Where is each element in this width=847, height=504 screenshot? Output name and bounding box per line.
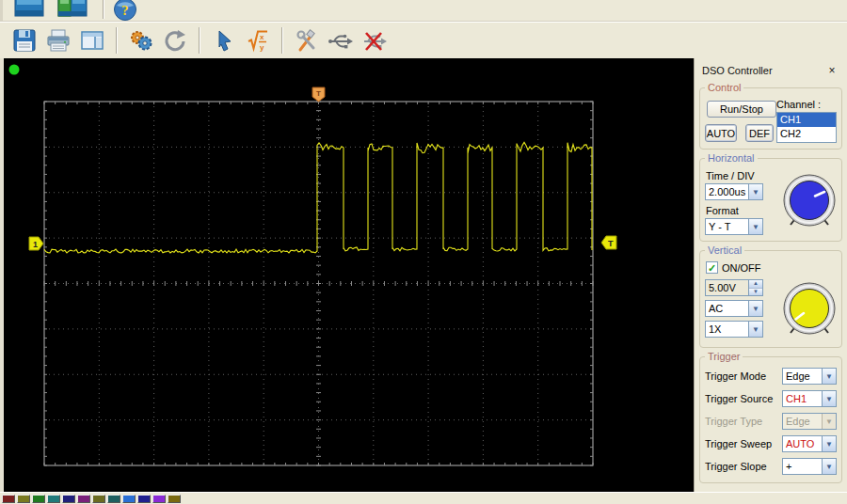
onoff-checkbox[interactable]: ✓	[706, 261, 718, 274]
chevron-down-icon: ▼	[822, 369, 836, 384]
channel1-marker-label: 1	[33, 240, 38, 249]
chevron-down-icon: ▼	[822, 391, 836, 406]
trigger-source-value: CH1	[783, 391, 822, 406]
vertical-knob[interactable]	[782, 281, 837, 339]
svg-text:?: ?	[121, 3, 129, 18]
print-icon[interactable]	[41, 24, 75, 56]
chevron-down-icon: ▼	[748, 301, 762, 316]
channel1-marker[interactable]: 1	[29, 237, 43, 250]
trigger-position-marker[interactable]: T	[312, 87, 325, 102]
toolbar-separator	[103, 0, 104, 19]
panel-layout-icon[interactable]	[75, 24, 109, 56]
spin-up-icon: ▲	[749, 280, 762, 289]
trigger-sweep-value: AUTO	[783, 436, 822, 451]
trigger-source-row: Trigger Source CH1 ▼	[705, 390, 837, 407]
format-value: Y - T	[706, 219, 748, 234]
channel-option-ch1[interactable]: CH1	[777, 113, 836, 127]
save-icon[interactable]	[8, 24, 41, 56]
control-group: Control Run/Stop AUTO DEF Channel : CH1 …	[699, 87, 842, 150]
trigger-type-row: Trigger Type Edge ▼	[705, 413, 837, 430]
refresh-icon[interactable]	[158, 24, 192, 56]
trigger-type-label: Trigger Type	[705, 416, 762, 427]
panel-title: DSO Controller	[702, 65, 773, 76]
help-icon[interactable]: ?	[112, 0, 138, 21]
math-formula-icon[interactable]: x y	[241, 24, 275, 56]
chevron-down-icon: ▼	[748, 322, 762, 337]
coupling-select[interactable]: AC ▼	[705, 300, 763, 317]
trigger-sweep-label: Trigger Sweep	[705, 438, 772, 449]
toolbar-separator	[281, 27, 283, 54]
check-icon: ✓	[708, 263, 716, 273]
format-select[interactable]: Y - T ▼	[705, 218, 763, 235]
trigger-slope-row: Trigger Slope + ▼	[705, 458, 837, 475]
coupling-value: AC	[706, 301, 748, 316]
cursor-icon[interactable]	[207, 24, 241, 56]
panel-header: DSO Controller ×	[695, 58, 847, 79]
channel-option-ch2[interactable]: CH2	[777, 127, 836, 141]
trigger-sweep-row: Trigger Sweep AUTO ▼	[705, 435, 837, 452]
settings-gears-icon[interactable]	[124, 24, 158, 56]
probe-value: 1X	[706, 322, 748, 337]
waveform-trace	[44, 142, 592, 253]
onoff-label: ON/OFF	[722, 262, 761, 274]
trigger-mode-row: Trigger Mode Edge ▼	[705, 368, 837, 385]
volts-div-stepper[interactable]: 5.00V ▲ ▼	[705, 279, 763, 296]
horizontal-group-legend: Horizontal	[705, 152, 758, 164]
trigger-type-value: Edge	[783, 414, 822, 429]
palette-swatch	[62, 495, 75, 503]
time-div-select[interactable]: 2.000us ▼	[705, 183, 763, 200]
palette-swatch	[2, 495, 15, 503]
trigger-source-label: Trigger Source	[705, 393, 773, 404]
display-blue-icon[interactable]	[14, 0, 44, 21]
toolbar-row1: ?	[0, 0, 847, 21]
trigger-level-marker[interactable]: T	[601, 236, 616, 249]
acquisition-status-dot	[9, 65, 20, 75]
def-button[interactable]: DEF	[745, 124, 774, 142]
toolbar-row2: x y	[0, 21, 847, 58]
display-green-icon[interactable]	[57, 0, 88, 21]
auto-button[interactable]: AUTO	[705, 124, 737, 142]
palette-swatch	[47, 495, 60, 503]
chevron-down-icon: ▼	[748, 219, 762, 234]
trigger-source-select[interactable]: CH1 ▼	[782, 390, 837, 407]
vertical-group: Vertical ✓ ON/OFF 5.00V ▲ ▼	[699, 250, 842, 348]
format-label: Format	[706, 205, 767, 216]
channel-listbox: CH1 CH2	[776, 112, 837, 143]
scope-grid	[44, 102, 593, 465]
trigger-mode-select[interactable]: Edge ▼	[782, 368, 837, 385]
chevron-down-icon: ▼	[822, 436, 836, 451]
time-div-label: Time / DIV	[706, 170, 767, 181]
trigger-slope-label: Trigger Slope	[705, 461, 767, 472]
horizontal-knob[interactable]	[782, 173, 837, 231]
dso-controller-panel: DSO Controller × Control Run/Stop AUTO D…	[694, 58, 847, 492]
tools-icon[interactable]	[290, 24, 324, 56]
close-icon[interactable]: ×	[824, 65, 839, 76]
status-bar	[0, 492, 847, 504]
chevron-down-icon: ▼	[822, 414, 836, 429]
usb-disconnect-icon[interactable]	[358, 24, 392, 56]
vertical-group-legend: Vertical	[705, 244, 744, 256]
palette-swatch	[152, 495, 166, 503]
run-stop-button[interactable]: Run/Stop	[707, 101, 776, 118]
spin-down-icon: ▼	[749, 289, 762, 296]
palette-swatch	[107, 495, 120, 503]
usb-connect-icon[interactable]	[324, 24, 358, 56]
palette-swatch	[168, 495, 181, 503]
trigger-slope-value: +	[783, 459, 822, 474]
trigger-slope-select[interactable]: + ▼	[782, 458, 837, 475]
palette-swatch	[137, 495, 151, 503]
trigger-sweep-select[interactable]: AUTO ▼	[782, 435, 837, 452]
main-area: T 1 T DSO Controller × Control	[0, 58, 847, 492]
spinner-buttons[interactable]: ▲ ▼	[748, 280, 762, 295]
probe-select[interactable]: 1X ▼	[705, 321, 763, 338]
volts-div-value: 5.00V	[706, 280, 748, 295]
time-div-value: 2.000us	[706, 184, 748, 199]
toolbar-separator	[199, 27, 200, 54]
trigger-group-legend: Trigger	[705, 351, 743, 362]
trigger-group: Trigger Trigger Mode Edge ▼ Trigger Sour…	[699, 356, 842, 483]
horizontal-group: Horizontal Time / DIV 2.000us ▼ Format Y…	[699, 158, 842, 242]
palette-swatch	[122, 495, 136, 503]
channel-label: Channel :	[776, 99, 837, 110]
palette-swatch	[77, 495, 90, 503]
palette-swatch	[92, 495, 105, 503]
